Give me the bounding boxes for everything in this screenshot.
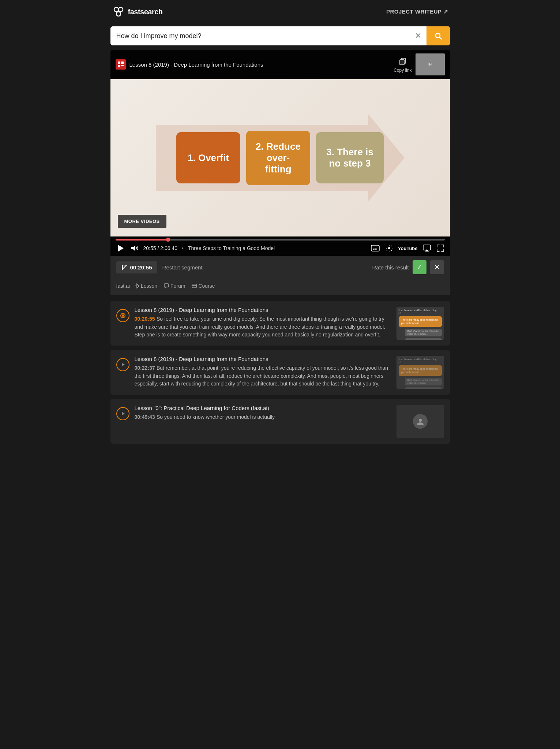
svg-rect-3 — [116, 59, 126, 70]
step-3-box: 3. There is no step 3 — [316, 132, 384, 183]
thumb-gray-bubble: Much of what you find will not be writte… — [405, 378, 441, 386]
thumb-gray-bubble-1: Much of what you find will not be writte… — [405, 329, 441, 337]
volume-icon — [130, 244, 138, 252]
settings-button[interactable] — [385, 244, 394, 253]
result-timestamp[interactable]: 00:20:55 — [135, 316, 155, 322]
volume-button[interactable] — [129, 243, 139, 253]
video-canvas[interactable]: 1. Overfit 2. Reduce over-fitting 3. The… — [110, 79, 450, 236]
svg-rect-9 — [400, 60, 404, 65]
result-thumbnail: Your homework will be at the cutting ed.… — [396, 356, 444, 389]
rate-label: Rate this result — [372, 264, 409, 271]
svg-rect-4 — [118, 62, 120, 64]
thumb-bubble-text: There are many opportunities for you in … — [401, 367, 439, 374]
result-item: Lesson 8 (2019) - Deep Learning from the… — [110, 301, 450, 346]
result-play-button[interactable] — [116, 407, 129, 420]
copy-icon — [398, 56, 408, 66]
video-controls: 20:55 / 2:06:40 • Three Steps to Trainin… — [110, 236, 450, 256]
result-text: So you need to know whether your model i… — [157, 414, 275, 420]
search-icon — [434, 31, 443, 40]
svg-point-1 — [119, 7, 123, 12]
svg-rect-6 — [121, 62, 124, 64]
svg-point-29 — [419, 419, 422, 422]
result-play-button[interactable] — [116, 358, 129, 371]
rate-no-button[interactable]: ✕ — [430, 260, 444, 274]
airplay-icon — [423, 245, 431, 252]
thumb-bubble-text: There are many opportunities for you in … — [401, 318, 439, 325]
svg-rect-7 — [121, 65, 124, 66]
steps-diagram: 1. Overfit 2. Reduce over-fitting 3. The… — [176, 131, 384, 185]
svg-rect-19 — [122, 265, 123, 270]
video-favicon — [116, 59, 126, 70]
thumb-gray-text: Much of what you find will not be writte… — [407, 379, 440, 385]
forum-link[interactable]: Forum — [162, 282, 187, 290]
svg-rect-16 — [423, 245, 431, 250]
result-lesson-title: Lesson "0": Practical Deep Learning for … — [135, 405, 391, 411]
time-display: 20:55 / 2:06:40 — [143, 245, 177, 251]
fullscreen-button[interactable] — [436, 244, 445, 253]
result-timestamp[interactable]: 00:22:37 — [135, 365, 155, 371]
person-icon — [416, 417, 424, 425]
result-play-button[interactable] — [116, 309, 129, 322]
search-button[interactable] — [426, 26, 450, 45]
result-text: But remember, at that point, you're redu… — [135, 365, 388, 387]
svg-marker-12 — [131, 245, 135, 251]
result-content: Lesson "0": Practical Deep Learning for … — [135, 405, 391, 421]
cc-icon: CC — [371, 245, 380, 251]
search-bar: ✕ — [110, 26, 450, 45]
airplay-button[interactable] — [422, 244, 432, 253]
search-input[interactable] — [110, 27, 410, 45]
result-timestamp[interactable]: 00:49:43 — [135, 414, 155, 420]
fullscreen-icon — [437, 245, 444, 252]
result-text: So feel free to take your time and dig d… — [135, 316, 386, 338]
thumb-header-text: Your homework will be at the cutting ed.… — [399, 309, 442, 315]
svg-text:CC: CC — [373, 247, 377, 250]
svg-marker-11 — [118, 245, 124, 251]
time-dot-separator: • — [182, 245, 184, 251]
copy-link-label: Copy link — [394, 68, 411, 73]
thumb-orange-bubble: There are many opportunities for you in … — [399, 316, 442, 327]
progress-bar[interactable] — [116, 239, 445, 241]
step-2-box: 2. Reduce over-fitting — [246, 131, 310, 185]
current-time: 20:55 — [143, 245, 156, 251]
lesson-link[interactable]: Lesson — [132, 282, 159, 290]
thumb-header-text: Your homework will be at the cutting ed.… — [399, 358, 442, 364]
playing-icon — [120, 313, 125, 318]
course-link-label: Course — [198, 283, 215, 289]
avatar-placeholder — [413, 414, 428, 429]
svg-rect-5 — [118, 65, 120, 67]
thumb-gray-text-2: You don't have a blog, try medium.com — [407, 339, 440, 340]
progress-fill — [116, 239, 168, 241]
lesson-link-label: Lesson — [141, 283, 157, 289]
source-links: fast.ai Lesson Forum Course — [110, 279, 450, 295]
segment-time-button[interactable]: 00:20:55 — [116, 261, 157, 273]
search-clear-button[interactable]: ✕ — [410, 31, 426, 41]
dark-thumbnail — [396, 405, 444, 438]
restart-segment-icon — [121, 264, 127, 270]
result-thumbnail — [396, 405, 444, 438]
svg-point-26 — [122, 314, 124, 317]
play-button[interactable] — [116, 243, 125, 253]
play-triangle-icon — [121, 411, 125, 416]
segment-bar: 00:20:55 Restart segment Rate this resul… — [110, 256, 450, 279]
result-lesson-title: Lesson 8 (2019) - Deep Learning from the… — [135, 307, 391, 313]
thumbnail-inner: Your homework will be at the cutting ed.… — [396, 356, 444, 389]
thumb-gray-bubble-2: You don't have a blog, try medium.com — [405, 338, 441, 340]
play-triangle-icon — [121, 362, 125, 367]
youtube-logo: YouTube — [398, 246, 418, 251]
result-content: Lesson 8 (2019) - Deep Learning from the… — [135, 307, 391, 339]
total-time: 2:06:40 — [160, 245, 177, 251]
chapter-title-inline: Three Steps to Training a Good Model — [188, 245, 366, 251]
lesson-icon — [134, 283, 139, 288]
copy-link-button[interactable]: Copy link — [394, 56, 411, 73]
rate-yes-button[interactable]: ✓ — [413, 260, 426, 274]
logo[interactable]: fastsearch — [112, 5, 163, 18]
source-domain: fast.ai — [116, 283, 130, 289]
course-icon — [192, 283, 197, 288]
settings-icon — [386, 245, 393, 252]
more-videos-button[interactable]: MORE VIDEOS — [118, 215, 166, 228]
cc-button[interactable]: CC — [370, 244, 380, 252]
course-link[interactable]: Course — [189, 282, 217, 290]
restart-segment-button[interactable]: Restart segment — [162, 264, 203, 271]
project-writeup-link[interactable]: PROJECT WRITEUP ↗ — [386, 8, 448, 15]
rate-section: Rate this result ✓ ✕ — [372, 260, 444, 274]
